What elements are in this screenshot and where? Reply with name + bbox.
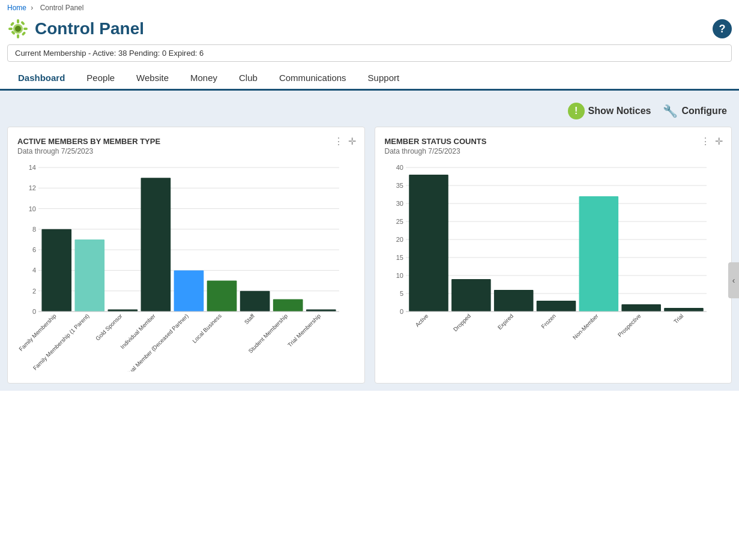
show-notices-label: Show Notices (588, 106, 651, 116)
bar-label: Gold Sponsor (94, 313, 124, 342)
page-title: Control Panel (35, 19, 144, 38)
nav-tab-money[interactable]: Money (179, 67, 228, 89)
bar-non-member (579, 196, 618, 312)
bar-expired (493, 290, 533, 312)
gear-icon (7, 18, 29, 40)
charts-row: ACTIVE MEMBERS BY MEMBER TYPE Data throu… (7, 127, 732, 384)
chart2-title: MEMBER STATUS COUNTS (385, 137, 722, 146)
bar-prospective (621, 304, 661, 312)
chart1-header: ACTIVE MEMBERS BY MEMBER TYPE Data throu… (17, 137, 355, 155)
chart2-area: 0510152025303540ActiveDroppedExpiredFroz… (385, 161, 722, 373)
bar-label: Expired (496, 313, 514, 331)
bar-frozen (536, 301, 576, 312)
svg-text:40: 40 (396, 164, 403, 171)
bar-family-membership-(1-parent) (74, 239, 104, 312)
nav-tab-communications[interactable]: Communications (268, 67, 357, 89)
svg-rect-7 (22, 31, 26, 36)
bar-trial (664, 308, 704, 312)
breadcrumb: Home › Control Panel (0, 0, 739, 16)
chart2-controls[interactable]: ⋮ ✛ (701, 136, 723, 147)
svg-text:6: 6 (32, 246, 36, 253)
membership-status-bar: Current Membership - Active: 38 Pending:… (7, 44, 732, 62)
dashboard-content: ! Show Notices 🔧 Configure ACTIVE MEMBER… (0, 91, 739, 391)
bar-label: Staff (243, 312, 256, 325)
bar-label: Trial Membership (286, 313, 322, 348)
nav-tab-support[interactable]: Support (357, 67, 411, 89)
svg-rect-5 (23, 28, 28, 30)
breadcrumb-home[interactable]: Home (7, 4, 26, 12)
chart-member-status: MEMBER STATUS COUNTS Data through 7/25/2… (375, 127, 732, 384)
svg-point-1 (15, 26, 21, 32)
bar-label: Active (414, 313, 429, 328)
bar-trial-membership (306, 310, 336, 312)
svg-text:35: 35 (396, 182, 403, 189)
svg-text:20: 20 (396, 236, 403, 243)
show-notices-button[interactable]: ! Show Notices (568, 103, 651, 119)
bar-local-business (207, 281, 237, 312)
bar-student-membership (273, 299, 303, 312)
svg-text:30: 30 (396, 200, 403, 207)
bar-dropped (451, 279, 491, 312)
chart1-subtitle: Data through 7/25/2023 (17, 147, 355, 155)
breadcrumb-separator: › (31, 4, 33, 12)
svg-rect-3 (17, 34, 19, 38)
bar-label: Local Business (191, 312, 223, 344)
svg-text:8: 8 (32, 226, 36, 233)
configure-label: Configure (681, 106, 727, 116)
configure-button[interactable]: 🔧 Configure (663, 104, 727, 118)
chart2-header: MEMBER STATUS COUNTS Data through 7/25/2… (385, 137, 722, 155)
chart2-expand-icon[interactable]: ✛ (715, 136, 723, 147)
bar-label: Family Membership (1 Parent) (32, 313, 91, 372)
bar-gold-sponsor (108, 310, 138, 312)
svg-text:5: 5 (399, 290, 403, 297)
svg-text:4: 4 (32, 266, 36, 274)
nav-tab-dashboard[interactable]: Dashboard (7, 67, 76, 91)
svg-text:25: 25 (396, 218, 403, 225)
bar-family-membership (41, 229, 71, 312)
chart1-area: 02468101214Family MembershipFamily Membe… (17, 161, 355, 373)
action-bar: ! Show Notices 🔧 Configure (7, 98, 732, 127)
bar-individual-member-(deceased-partner) (174, 270, 204, 312)
chart1-menu-icon[interactable]: ⋮ (334, 136, 343, 147)
bar-label: Dropped (451, 313, 472, 333)
svg-text:0: 0 (399, 308, 403, 315)
svg-text:14: 14 (29, 164, 36, 171)
chart2-menu-icon[interactable]: ⋮ (701, 136, 710, 147)
nav-tab-club[interactable]: Club (228, 67, 268, 89)
chart1-expand-icon[interactable]: ✛ (348, 136, 356, 147)
bar-label: Non-Member (571, 313, 599, 341)
chart1-controls[interactable]: ⋮ ✛ (334, 136, 356, 147)
chart1-title: ACTIVE MEMBERS BY MEMBER TYPE (17, 137, 355, 146)
bar-active (409, 175, 448, 312)
svg-text:10: 10 (29, 205, 36, 212)
header-left: Control Panel (7, 18, 144, 40)
bar-label: Trial (672, 313, 684, 325)
svg-rect-2 (17, 19, 19, 23)
wrench-icon: 🔧 (663, 104, 678, 118)
svg-text:15: 15 (396, 254, 403, 261)
bar-label: Individual Member (119, 313, 157, 351)
bar-staff (240, 291, 270, 312)
page-header: Control Panel ? (0, 16, 739, 44)
membership-status-text: Current Membership - Active: 38 Pending:… (15, 49, 204, 58)
svg-rect-9 (20, 21, 25, 26)
nav-tab-people[interactable]: People (76, 67, 125, 89)
svg-text:2: 2 (32, 288, 36, 295)
svg-text:10: 10 (396, 272, 403, 279)
chart2-subtitle: Data through 7/25/2023 (385, 147, 722, 155)
bar-label: Frozen (540, 313, 557, 330)
svg-rect-6 (10, 22, 15, 26)
help-button[interactable]: ? (713, 19, 732, 38)
bar-chart-svg: 02468101214Family MembershipFamily Membe… (17, 161, 345, 372)
main-navigation: DashboardPeopleWebsiteMoneyClubCommunica… (0, 67, 739, 91)
bar-individual-member (141, 178, 171, 312)
chart-active-members: ACTIVE MEMBERS BY MEMBER TYPE Data throu… (7, 127, 365, 384)
sidebar-toggle[interactable]: ‹ (728, 262, 739, 298)
nav-tab-website[interactable]: Website (125, 67, 179, 89)
bar-label: Prospective (616, 313, 642, 339)
bar-chart-svg: 0510152025303540ActiveDroppedExpiredFroz… (385, 161, 713, 372)
svg-rect-4 (8, 28, 13, 30)
breadcrumb-current: Control Panel (40, 4, 84, 12)
svg-text:0: 0 (32, 308, 36, 315)
svg-text:12: 12 (29, 184, 36, 191)
